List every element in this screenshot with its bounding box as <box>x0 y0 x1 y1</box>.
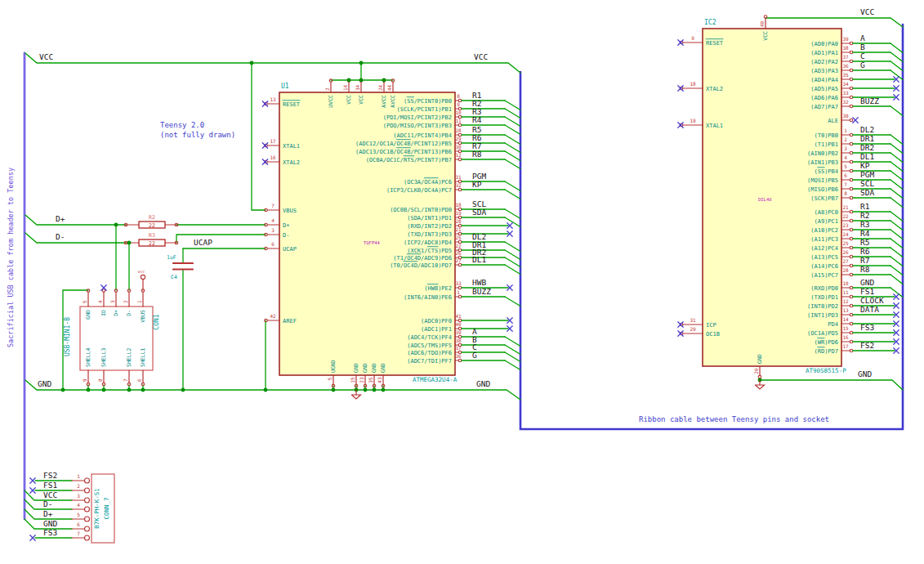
wire-bus-entry <box>891 171 903 181</box>
pin-name: RESET <box>706 40 724 47</box>
pin-name: (RD)PD7 <box>814 348 838 355</box>
pin-name: (AD0)PA0 <box>810 41 838 47</box>
pin-number: 23 <box>842 222 849 228</box>
pin-name: (AD3)PA3 <box>810 68 838 74</box>
pin-end <box>850 87 853 90</box>
wire-bus-entry <box>505 101 520 110</box>
no-connect-x <box>30 535 35 540</box>
no-connect-x <box>678 86 683 91</box>
pin-name: GND <box>85 310 92 320</box>
pin-number: 43 <box>377 377 382 383</box>
pin-number: 14 <box>342 84 348 91</box>
pin-number: 37 <box>842 54 849 60</box>
junction-dot <box>141 388 145 392</box>
net-label: C <box>860 51 865 60</box>
pin-name: XTAL1 <box>283 143 300 150</box>
pin-name: (AD6)PA6 <box>810 95 838 101</box>
wire <box>760 380 903 390</box>
pin-name: (XCK1/CTS)PD5 <box>407 248 452 254</box>
pin-pad <box>85 478 90 483</box>
pin-end <box>850 219 853 222</box>
pin-name: (SCK)PB7 <box>810 195 838 202</box>
pin-end <box>850 286 853 289</box>
wire-bus-entry <box>505 257 520 267</box>
pin-name: (A13)PC5 <box>810 254 838 261</box>
net-label: VCC <box>39 52 53 61</box>
pin-end <box>850 105 853 108</box>
pin-name: (A14)PC6 <box>810 263 838 270</box>
pin-number: 37 <box>455 345 462 351</box>
pin-number: 44 <box>386 84 392 91</box>
pin-number: 3 <box>844 145 847 151</box>
net-label: R5 <box>860 238 869 247</box>
pin-number: 8 <box>844 190 847 196</box>
pin-number: 32 <box>842 99 849 105</box>
pin-end <box>850 60 853 63</box>
pin-end <box>102 383 105 386</box>
pin-number: 13 <box>842 307 849 313</box>
pin-name: (T0)PB0 <box>814 132 838 139</box>
wire-bus-entry <box>505 181 520 191</box>
pin-name: (PDI/MOSI/PCINT2)PB2 <box>383 114 452 121</box>
pin-name: XTAL1 <box>706 123 723 129</box>
pin-end <box>127 383 131 386</box>
pin-name: AVCC <box>390 95 396 108</box>
pin-name: (SS/PCINT0)PB0 <box>404 98 452 105</box>
net-label: R7 <box>860 256 869 265</box>
no-connect-x <box>262 159 267 164</box>
pin-name: (AD1)PA1 <box>810 50 838 56</box>
pin-end <box>850 151 853 154</box>
pin-number: 40 <box>455 321 462 327</box>
pin-name: (A15)PC7 <box>810 272 838 279</box>
wire-bus-entry <box>891 189 903 199</box>
pin-name: XTAL2 <box>706 86 723 92</box>
pin-end <box>850 119 853 122</box>
pin-number: 24 <box>842 231 849 237</box>
net-label: FS3 <box>43 528 57 537</box>
junction-dot <box>181 388 185 392</box>
pin-number: 18 <box>690 81 696 87</box>
wire-bus-entry <box>505 151 520 161</box>
junction-dot <box>347 78 351 83</box>
wire-bus-entry <box>505 125 520 135</box>
pin-number: 6 <box>77 521 80 527</box>
junction-dot <box>250 61 254 65</box>
pin-number: 5 <box>844 163 847 169</box>
pin-name: (ADC1)PF1 <box>421 326 452 333</box>
pin-name: (SS)PB4 <box>814 168 838 175</box>
pin-number: 2 <box>324 87 330 91</box>
net-label: FS2 <box>860 341 874 350</box>
pin-number: 2 <box>844 137 847 142</box>
pin-number: 35 <box>368 377 373 383</box>
pin-name: (A9)PC1 <box>814 218 838 225</box>
pin-name: (ADC6/TDO)PF6 <box>407 350 452 356</box>
junction-dot <box>359 78 364 83</box>
vcc-circle <box>141 275 145 279</box>
note-teensy-line1: Teensy 2.0 <box>160 121 204 129</box>
wire <box>25 233 126 243</box>
wire-bus-entry <box>505 109 520 119</box>
pin-pad <box>85 488 90 493</box>
pin-number: 8 <box>97 378 103 382</box>
pin-number: 39 <box>455 329 462 335</box>
pin-name: D- <box>283 232 289 239</box>
pin-end <box>850 322 853 325</box>
wire-bus-entry <box>891 153 903 163</box>
pin-end <box>850 273 853 276</box>
no-connect-x <box>678 40 683 45</box>
pin-number: 26 <box>842 249 849 255</box>
pin-number: 25 <box>455 235 462 240</box>
pin-end <box>850 196 853 199</box>
pin-name: (ICP3/CLK0/OC4A)PC7 <box>386 187 452 194</box>
pin-number: 29 <box>455 136 462 141</box>
net-label: SDA <box>472 208 486 217</box>
pin-name: VCC <box>346 95 352 105</box>
pin-number: 2 <box>77 483 80 489</box>
wire-bus-entry <box>505 190 520 199</box>
pin-name: UCAP <box>283 246 297 253</box>
wire <box>766 18 903 27</box>
pin-name: (RXD/INT2)PD2 <box>407 223 452 230</box>
net-label: VCC <box>474 52 488 61</box>
pin-number: 20 <box>753 368 759 374</box>
pin-end <box>850 160 853 163</box>
